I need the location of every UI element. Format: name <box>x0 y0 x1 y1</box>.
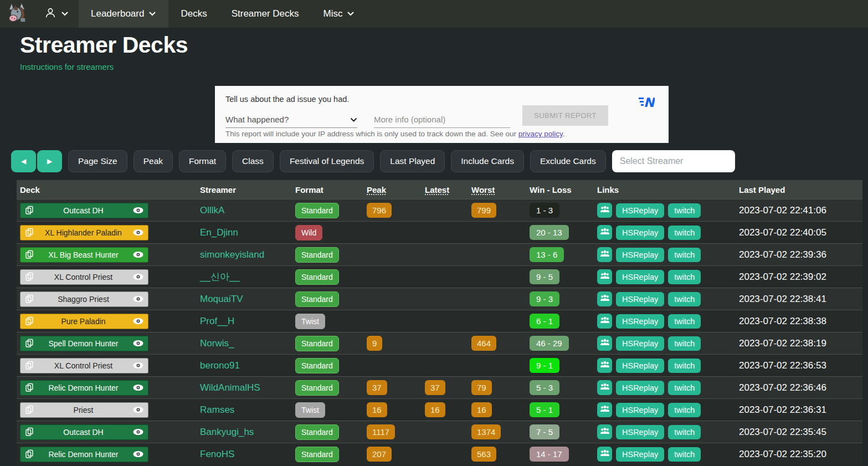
eye-icon[interactable] <box>133 362 143 369</box>
eye-icon[interactable] <box>133 251 143 258</box>
peak-filter-button[interactable]: Peak <box>133 150 173 172</box>
eye-icon[interactable] <box>133 318 143 325</box>
hsreplay-button[interactable]: HSReplay <box>616 425 664 439</box>
twitch-button[interactable]: twitch <box>668 248 701 262</box>
privacy-policy-link[interactable]: privacy policy <box>518 130 563 138</box>
deck-stats-button[interactable] <box>597 424 612 439</box>
copy-deck-icon[interactable] <box>25 383 34 392</box>
deck-badge[interactable]: Outcast DH <box>20 203 148 218</box>
deck-stats-button[interactable] <box>597 358 612 373</box>
deck-stats-button[interactable] <box>597 203 612 218</box>
streamer-link[interactable]: OlllkA <box>200 205 224 216</box>
deck-badge[interactable]: XL Control Priest <box>20 358 148 373</box>
site-logo[interactable] <box>0 0 34 28</box>
page-size-button[interactable]: Page Size <box>68 150 127 172</box>
eye-icon[interactable] <box>133 273 143 280</box>
deck-stats-button[interactable] <box>597 380 612 395</box>
hsreplay-button[interactable]: HSReplay <box>616 336 664 351</box>
copy-deck-icon[interactable] <box>25 250 34 259</box>
deck-stats-button[interactable] <box>597 269 612 284</box>
nav-item-decks[interactable]: Decks <box>168 0 219 28</box>
streamer-link[interactable]: Bankyugi_hs <box>200 427 254 438</box>
instructions-for-streamers-link[interactable]: Instructions for streamers <box>20 62 114 71</box>
deck-badge[interactable]: XL Big Beast Hunter <box>20 247 148 263</box>
copy-deck-icon[interactable] <box>25 449 34 459</box>
nav-item-streamer-decks[interactable]: Streamer Decks <box>219 0 311 28</box>
next-page-button[interactable]: ▶ <box>37 150 62 172</box>
deck-badge[interactable]: Pure Paladin <box>20 314 148 329</box>
nav-item-misc[interactable]: Misc <box>311 0 367 28</box>
twitch-button[interactable]: twitch <box>668 203 701 218</box>
twitch-button[interactable]: twitch <box>668 270 701 284</box>
eye-icon[interactable] <box>133 384 143 391</box>
submit-report-button[interactable]: SUBMIT REPORT <box>522 105 608 126</box>
twitch-button[interactable]: twitch <box>668 226 701 240</box>
deck-stats-button[interactable] <box>597 247 612 262</box>
hsreplay-button[interactable]: HSReplay <box>616 381 664 395</box>
col-worst[interactable]: Worst <box>468 185 526 194</box>
eye-icon[interactable] <box>133 229 143 236</box>
expansion-filter-button[interactable]: Festival of Legends <box>280 150 374 172</box>
twitch-button[interactable]: twitch <box>668 403 701 417</box>
more-info-input[interactable] <box>374 111 510 128</box>
hsreplay-button[interactable]: HSReplay <box>616 270 664 284</box>
eye-icon[interactable] <box>133 207 143 214</box>
copy-deck-icon[interactable] <box>25 361 34 370</box>
hsreplay-button[interactable]: HSReplay <box>616 403 664 417</box>
deck-stats-button[interactable] <box>597 225 612 240</box>
twitch-button[interactable]: twitch <box>668 447 701 462</box>
twitch-button[interactable]: twitch <box>668 336 701 351</box>
deck-badge[interactable]: Spell Demon Hunter <box>20 336 148 351</box>
hsreplay-button[interactable]: HSReplay <box>616 359 664 373</box>
copy-deck-icon[interactable] <box>25 316 34 326</box>
copy-deck-icon[interactable] <box>25 206 34 215</box>
streamer-link[interactable]: __신아__ <box>200 270 240 283</box>
deck-stats-button[interactable] <box>597 447 612 462</box>
deck-badge[interactable]: Shaggro Priest <box>20 291 148 307</box>
eye-icon[interactable] <box>133 340 143 347</box>
deck-badge[interactable]: Outcast DH <box>20 424 148 440</box>
class-filter-button[interactable]: Class <box>232 150 274 172</box>
copy-deck-icon[interactable] <box>25 427 34 437</box>
streamer-link[interactable]: MoquaiTV <box>200 294 243 305</box>
streamer-link[interactable]: simonkeyisland <box>200 249 264 260</box>
last-played-filter-button[interactable]: Last Played <box>380 150 445 172</box>
eye-icon[interactable] <box>133 450 143 458</box>
streamer-link[interactable]: Ramses <box>200 404 234 416</box>
deck-badge[interactable]: Relic Demon Hunter <box>20 380 148 396</box>
hsreplay-button[interactable]: HSReplay <box>616 314 664 329</box>
nav-item-leaderboard[interactable]: Leaderboard <box>79 0 168 28</box>
copy-deck-icon[interactable] <box>25 339 34 348</box>
copy-deck-icon[interactable] <box>25 228 34 237</box>
user-menu[interactable] <box>34 0 79 28</box>
twitch-button[interactable]: twitch <box>668 314 701 329</box>
hsreplay-button[interactable]: HSReplay <box>616 203 664 218</box>
exclude-cards-button[interactable]: Exclude Cards <box>530 150 606 172</box>
deck-badge[interactable]: Relic Demon Hunter <box>20 447 148 462</box>
streamer-link[interactable]: Prof__H <box>200 316 234 327</box>
streamer-link[interactable]: Norwis_ <box>200 338 234 349</box>
prev-page-button[interactable]: ◀ <box>11 150 36 172</box>
deck-badge[interactable]: Priest <box>20 402 148 418</box>
copy-deck-icon[interactable] <box>25 405 34 414</box>
deck-badge[interactable]: XL Control Priest <box>20 269 148 285</box>
select-streamer-input[interactable] <box>612 150 735 172</box>
include-cards-button[interactable]: Include Cards <box>451 150 524 172</box>
deck-stats-button[interactable] <box>597 291 612 306</box>
streamer-link[interactable]: FenoHS <box>200 449 234 460</box>
col-peak[interactable]: Peak <box>363 185 422 194</box>
deck-stats-button[interactable] <box>597 314 612 329</box>
eye-icon[interactable] <box>133 406 143 413</box>
streamer-link[interactable]: En_Djinn <box>200 227 238 238</box>
streamer-link[interactable]: berono91 <box>200 360 240 371</box>
streamer-link[interactable]: WildAnimalHS <box>200 382 260 393</box>
format-filter-button[interactable]: Format <box>179 150 226 172</box>
col-latest[interactable]: Latest <box>422 185 468 194</box>
hsreplay-button[interactable]: HSReplay <box>616 226 664 240</box>
twitch-button[interactable]: twitch <box>668 359 701 373</box>
hsreplay-button[interactable]: HSReplay <box>616 248 664 262</box>
twitch-button[interactable]: twitch <box>668 425 701 439</box>
copy-deck-icon[interactable] <box>25 294 34 304</box>
deck-stats-button[interactable] <box>597 336 612 351</box>
deck-stats-button[interactable] <box>597 402 612 417</box>
